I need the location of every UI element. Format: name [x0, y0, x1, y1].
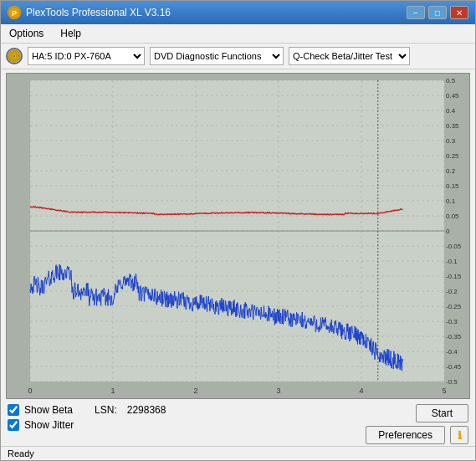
show-beta-checkbox[interactable] [8, 404, 19, 416]
show-beta-row: Show Beta LSN: 2298368 [8, 404, 166, 416]
right-controls: Start Preferences ℹ [366, 404, 468, 444]
status-bar: Ready [1, 446, 475, 460]
menu-bar: Options Help [1, 24, 475, 44]
chart-area: High Low [6, 73, 470, 399]
show-beta-label: Show Beta [24, 404, 73, 416]
preferences-button[interactable]: Preferences [366, 426, 445, 444]
window-title: PlexTools Professional XL V3.16 [26, 7, 171, 18]
show-jitter-label: Show Jitter [24, 419, 74, 431]
svg-point-4 [13, 55, 15, 57]
function-select[interactable]: DVD Diagnostic Functions [150, 47, 284, 65]
lsn-label: LSN: [95, 404, 117, 416]
maximize-button[interactable]: □ [428, 6, 447, 19]
show-jitter-checkbox[interactable] [8, 419, 19, 431]
left-controls: Show Beta LSN: 2298368 Show Jitter [8, 404, 166, 431]
title-bar-left: P PlexTools Professional XL V3.16 [8, 6, 171, 19]
toolbar: HA:5 ID:0 PX-760A DVD Diagnostic Functio… [1, 44, 475, 69]
app-icon: P [8, 6, 21, 19]
window-controls: − □ ✕ [407, 6, 468, 19]
start-button[interactable]: Start [416, 404, 468, 423]
test-select[interactable]: Q-Check Beta/Jitter Test [289, 47, 410, 65]
show-jitter-row: Show Jitter [8, 419, 166, 431]
bottom-panel: Show Beta LSN: 2298368 Show Jitter Start… [1, 401, 475, 446]
minimize-button[interactable]: − [407, 6, 425, 19]
info-icon: ℹ [458, 429, 462, 442]
menu-help[interactable]: Help [57, 26, 84, 41]
lsn-value: 2298368 [127, 404, 166, 416]
drive-icon [6, 48, 23, 64]
status-text: Ready [8, 448, 34, 458]
close-button[interactable]: ✕ [450, 6, 468, 19]
info-button[interactable]: ℹ [450, 426, 468, 444]
drive-select[interactable]: HA:5 ID:0 PX-760A [28, 47, 145, 65]
svg-text:P: P [12, 9, 17, 18]
title-bar: P PlexTools Professional XL V3.16 − □ ✕ [1, 1, 475, 24]
menu-options[interactable]: Options [6, 26, 47, 41]
chart-canvas [7, 74, 470, 399]
main-window: P PlexTools Professional XL V3.16 − □ ✕ … [0, 0, 476, 461]
